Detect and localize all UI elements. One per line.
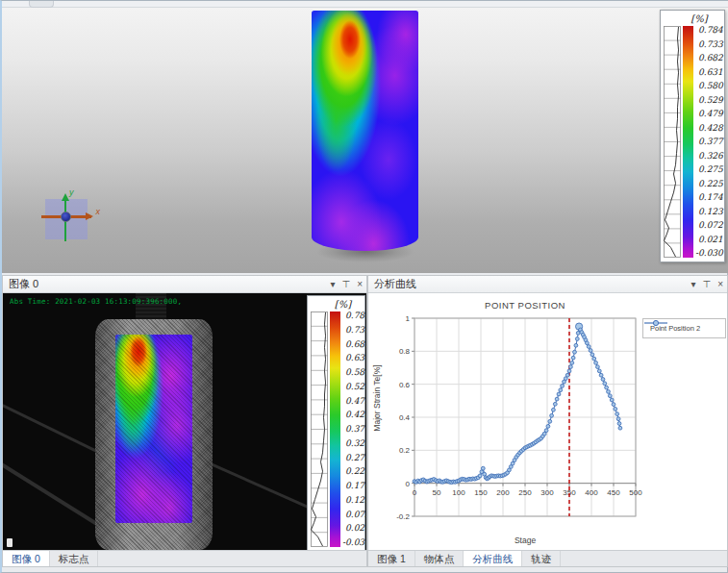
tab-marker-points[interactable]: 标志点 xyxy=(50,551,99,566)
svg-text:0.8: 0.8 xyxy=(399,347,411,356)
svg-text:0: 0 xyxy=(413,488,417,497)
strain-map-overlay[interactable] xyxy=(115,335,192,523)
analysis-curve-panel: 分析曲线 ▾ ⊤ × 05010015020025030035040045050… xyxy=(367,275,728,567)
color-scale-legend-3d: [%] 0.7840.7330.6820.6310.5800.5290.4790… xyxy=(660,10,725,262)
legend-histogram xyxy=(311,311,328,547)
svg-text:450: 450 xyxy=(607,488,620,497)
legend-tick-labels: 0.7840.7330.6820.6310.5800.5290.4790.428… xyxy=(342,311,366,547)
svg-text:200: 200 xyxy=(496,488,510,497)
tab-analysis-curve[interactable]: 分析曲线 xyxy=(464,551,522,566)
point-position-chart[interactable]: 05010015020025030035040045050010.80.60.4… xyxy=(368,293,727,550)
legend-histogram xyxy=(664,26,681,258)
chart-y-axis-label: Major Strain Te[%] xyxy=(372,307,382,489)
pin-icon[interactable]: ⊤ xyxy=(341,277,350,292)
chart-title: POINT POSITION xyxy=(414,300,636,311)
curve-panel-title: 分析曲线 xyxy=(374,277,690,291)
chart-x-axis-label: Stage xyxy=(414,536,636,545)
strain-map-3d[interactable] xyxy=(312,11,418,251)
coordinate-triad: y x xyxy=(37,189,96,249)
legend-marker-icon xyxy=(643,319,668,327)
abs-time-stamp: Abs Time: 2021-02-03 16:13:09:396:000, xyxy=(10,297,182,306)
close-icon[interactable]: × xyxy=(717,277,723,292)
image-panel-tabstrip: 图像 0 标志点 xyxy=(3,550,366,566)
svg-text:250: 250 xyxy=(518,488,532,497)
curve-panel-header: 分析曲线 ▾ ⊤ × xyxy=(368,276,727,293)
legend-colorbar xyxy=(330,311,340,547)
dropdown-icon[interactable]: ▾ xyxy=(690,277,695,292)
z-axis-origin-dot xyxy=(61,212,71,222)
tab-image-0[interactable]: 图像 0 xyxy=(3,551,50,566)
svg-text:400: 400 xyxy=(585,488,598,497)
tab-object-points[interactable]: 物体点 xyxy=(415,551,464,566)
pin-icon[interactable]: ⊤ xyxy=(702,277,711,292)
svg-text:0: 0 xyxy=(406,480,411,488)
3d-viewport[interactable]: y x [%] 0.7840.7330.6820.6310.5800.5290.… xyxy=(2,1,728,273)
fixture-rod-right xyxy=(200,459,307,516)
image-panel-title: 图像 0 xyxy=(9,277,330,291)
svg-text:100: 100 xyxy=(452,488,465,497)
image-panel: 图像 0 ▾ ⊤ × Abs Time: 2021-02-03 16:13:09… xyxy=(2,275,367,567)
legend-colorbar xyxy=(683,26,693,258)
svg-text:-0.2: -0.2 xyxy=(396,512,410,521)
chart-legend: Point Position 2 xyxy=(642,318,726,338)
close-icon[interactable]: × xyxy=(357,277,363,292)
svg-text:1: 1 xyxy=(406,314,411,323)
legend-tick-labels: 0.7840.7330.6820.6310.5800.5290.4790.428… xyxy=(695,26,723,258)
dropdown-icon[interactable]: ▾ xyxy=(330,277,335,292)
svg-text:150: 150 xyxy=(474,488,488,497)
legend-unit-label: [%] xyxy=(311,298,362,311)
fixture-rod-left-lower xyxy=(3,458,100,527)
curve-panel-tabstrip: 图像 1 物体点 分析曲线 轨迹 xyxy=(368,550,727,566)
svg-text:0.6: 0.6 xyxy=(399,381,411,389)
application-window: y x [%] 0.7840.7330.6820.6310.5800.5290.… xyxy=(0,0,728,573)
svg-text:0.4: 0.4 xyxy=(399,413,411,422)
legend-unit-label: [%] xyxy=(664,12,721,26)
camera-image-view[interactable]: Abs Time: 2021-02-03 16:13:09:396:000, xyxy=(3,293,307,550)
y-axis-label: y xyxy=(69,187,74,197)
frame-scrubber-handle[interactable] xyxy=(7,538,13,547)
svg-text:50: 50 xyxy=(433,488,441,497)
tab-image-1[interactable]: 图像 1 xyxy=(368,551,415,566)
color-scale-legend-image: [%] 0.7840.7330.6820.6310.5800.5290.4790… xyxy=(307,295,365,550)
svg-text:500: 500 xyxy=(629,488,642,497)
svg-text:300: 300 xyxy=(540,488,554,497)
svg-text:0.2: 0.2 xyxy=(399,446,411,455)
collapsed-panel-notch[interactable] xyxy=(29,1,54,8)
image-panel-header: 图像 0 ▾ ⊤ × xyxy=(3,276,366,293)
tab-trajectory[interactable]: 轨迹 xyxy=(522,551,561,566)
top-toolbar-strip xyxy=(2,1,728,8)
x-axis-label: x xyxy=(96,207,101,216)
